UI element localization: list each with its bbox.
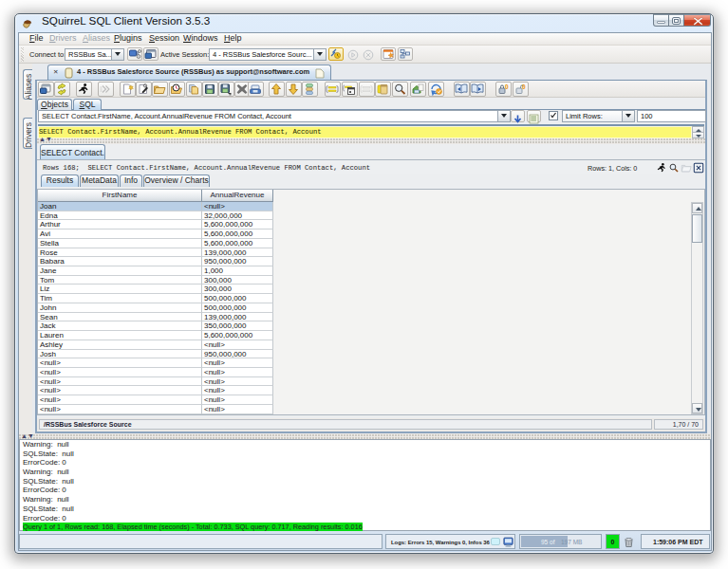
- svg-text:0: 0: [522, 83, 526, 90]
- svg-text:0: 0: [505, 83, 509, 90]
